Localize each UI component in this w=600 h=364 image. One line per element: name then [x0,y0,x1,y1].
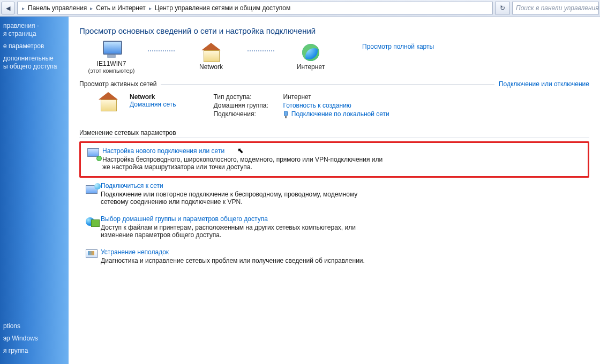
connection-line-icon [148,50,175,51]
sidebar-bottom-item[interactable]: ptions [3,322,65,330]
search-input[interactable]: Поиск в панели управления [512,2,599,14]
network-type-link[interactable]: Домашняя сеть [130,101,176,108]
sidebar-bottom-item[interactable]: я группа [3,347,65,355]
task-description: Диагностика и исправление сетевых пробле… [101,257,385,264]
active-network-name: Network [130,93,176,101]
breadcrumb-item[interactable]: Центр управления сетями и общим доступом [154,4,292,12]
kv-label: Подключения: [213,110,283,118]
connection-link[interactable]: Подключение по локальной сети [291,110,389,118]
section-title: Просмотр активных сетей [79,80,156,88]
connect-icon [86,183,100,195]
troubleshoot-icon [86,249,100,261]
sidebar-item[interactable]: дополнительные ы общего доступа [3,55,65,71]
address-bar[interactable]: ▸ Панель управления ▸ Сеть и Интернет ▸ … [17,2,493,14]
plug-icon [283,111,289,118]
breadcrumb-item[interactable]: Панель управления [27,4,88,12]
task-title[interactable]: Устранение неполадок [101,248,169,256]
sidebar: правления - я страница е параметров допо… [0,17,69,364]
homegroup-icon [86,216,100,228]
active-network: Network Домашняя сеть Тип доступа: Интер… [79,93,589,119]
cursor-icon: ⬉ [237,146,244,155]
house-icon [98,93,119,112]
task-title[interactable]: Выбор домашней группы и параметров общег… [101,215,268,223]
rule [161,84,494,85]
node-sublabel: (этот компьютер) [79,67,144,74]
task-title[interactable]: Подключиться к сети [101,182,163,189]
task-troubleshoot[interactable]: Устранение неполадок Диагностика и испра… [79,244,589,270]
setup-connection-icon [87,148,100,160]
node-network[interactable]: Network [179,44,243,71]
nav-back-button[interactable]: ◀ [1,2,15,14]
task-setup-connection[interactable]: Настройка нового подключения или сети ⬉ … [79,141,589,178]
breadcrumb-item[interactable]: Сеть и Интернет [95,4,146,12]
refresh-button[interactable]: ↻ [495,2,510,14]
task-connect-network[interactable]: Подключиться к сети Подключение или повт… [79,178,589,211]
task-homegroup-sharing[interactable]: Выбор домашней группы и параметров общег… [79,211,589,244]
task-description: Подключение или повторное подключение к … [101,191,385,206]
task-title[interactable]: Настройка нового подключения или сети [102,147,224,155]
kv-value: Интернет [283,93,311,101]
sidebar-bottom-item[interactable]: эр Windows [3,335,65,343]
task-description: Настройка беспроводного, широкополосного… [102,156,386,171]
node-label: Network [179,63,243,71]
node-this-computer[interactable]: IE11WIN7 (этот компьютер) [79,41,144,74]
computer-icon [101,41,122,59]
node-label: IE11WIN7 [79,60,144,67]
node-label: Интернет [279,63,343,71]
chevron-right-icon: ▸ [147,5,154,11]
search-placeholder: Поиск в панели управления [516,4,599,12]
connect-disconnect-link[interactable]: Подключение или отключение [499,80,589,88]
toolbar: ◀ ▸ Панель управления ▸ Сеть и Интернет … [0,0,600,17]
sidebar-item[interactable]: е параметров [3,42,65,50]
chevron-right-icon: ▸ [88,5,95,11]
section-title: Изменение сетевых параметров [79,129,589,138]
chevron-right-icon: ▸ [20,5,27,11]
connection-line-icon [248,50,274,51]
homegroup-link[interactable]: Готовность к созданию [283,102,351,109]
node-internet[interactable]: Интернет [279,44,343,71]
page-title: Просмотр основных сведений о сети и наст… [79,26,589,35]
globe-icon [300,44,321,62]
sidebar-item[interactable]: правления - я страница [3,22,65,38]
kv-label: Тип доступа: [213,93,283,101]
content-pane: Просмотр основных сведений о сети и наст… [69,17,600,364]
house-icon [200,44,222,62]
network-map: IE11WIN7 (этот компьютер) Network Интерн… [79,41,343,74]
task-description: Доступ к файлам и принтерам, расположенн… [101,224,385,239]
view-full-map-link[interactable]: Просмотр полной карты [362,43,434,50]
kv-label: Домашняя группа: [213,102,283,109]
